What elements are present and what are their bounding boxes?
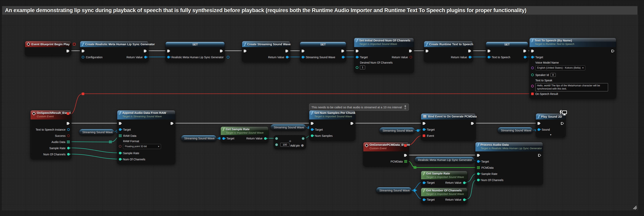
node-get-sample-rate[interactable]: ƒ Get Sample Rate Target is Imported Sou… <box>220 126 268 143</box>
string-pin[interactable] <box>531 67 534 69</box>
exec-in-pin[interactable] <box>423 122 426 125</box>
exec-in-pin[interactable] <box>356 50 359 52</box>
int-pin[interactable] <box>67 153 70 156</box>
array-pin[interactable] <box>67 141 70 143</box>
exec-out-pin[interactable] <box>404 154 407 157</box>
node-create-runtime-text-to-speech[interactable]: ƒ Create Runtime Text to Speech Return V… <box>424 41 473 62</box>
int-pin[interactable] <box>67 147 70 149</box>
object-pin[interactable] <box>356 56 358 58</box>
node-get-number-of-channels[interactable]: ƒ Get Number Of Channels Target is Impor… <box>421 188 468 204</box>
expand-advanced-pins-button[interactable]: ▾ <box>536 133 566 137</box>
int-pin[interactable] <box>477 179 480 181</box>
node-set-num-samples-per-chunk[interactable]: ƒ Set Num Samples Per Chunk Target is Im… <box>309 110 355 141</box>
reroute-node[interactable] <box>82 93 84 95</box>
int-pin[interactable] <box>119 152 122 154</box>
exec-out-pin[interactable] <box>350 122 354 125</box>
node-append-audio-data-from-raw[interactable]: ƒ Append Audio Data From RAW Target is S… <box>117 110 176 164</box>
exec-out-pin[interactable] <box>170 122 174 125</box>
object-pin[interactable] <box>342 56 344 58</box>
wildcard-pin[interactable] <box>302 137 304 140</box>
exec-out-pin[interactable] <box>144 50 147 52</box>
object-pin[interactable] <box>423 182 425 184</box>
divisor-input[interactable]: 100 <box>280 143 290 147</box>
node-play-sound-2d[interactable]: ƒ Play Sound 2D Sound ▾ <box>536 113 566 137</box>
object-pin[interactable] <box>417 129 419 132</box>
exec-out-pin[interactable] <box>468 50 471 52</box>
object-pin[interactable] <box>468 56 471 58</box>
object-pin[interactable] <box>302 56 304 58</box>
delegate-pin[interactable] <box>73 43 76 45</box>
object-pin[interactable] <box>414 189 416 192</box>
exec-in-pin[interactable] <box>477 154 480 157</box>
node-process-audio-data[interactable]: ƒ Process Audio Data Target is Realistic… <box>475 142 543 185</box>
int-pin[interactable] <box>477 173 480 175</box>
add-pin-button[interactable]: Add pin ⊕ <box>290 144 304 147</box>
exec-in-pin[interactable] <box>311 122 314 125</box>
int-pin[interactable] <box>531 74 534 76</box>
exec-in-pin[interactable] <box>119 122 122 125</box>
exec-in-pin[interactable] <box>167 50 170 52</box>
array-pin[interactable] <box>404 160 407 163</box>
exec-out-pin[interactable] <box>67 122 70 125</box>
object-pin[interactable] <box>423 128 425 131</box>
node-set-realistic-generator[interactable]: SET Realistic Meta Human Lip Sync Genera… <box>166 42 225 62</box>
object-pin[interactable] <box>311 128 314 131</box>
delegate-pin[interactable] <box>67 112 69 115</box>
pill-get-streaming-sound-wave[interactable]: Streaming Sound Wave <box>270 124 306 131</box>
int-pin[interactable] <box>463 182 466 184</box>
node-event-blueprint-begin-play[interactable]: Event Blueprint Begin Play <box>25 41 71 56</box>
exec-out-pin[interactable] <box>66 50 70 52</box>
enum-pin[interactable] <box>119 145 122 148</box>
pill-get-streaming-sound-wave[interactable]: Streaming Sound Wave <box>181 135 217 142</box>
pill-get-streaming-sound-wave[interactable]: Streaming Sound Wave <box>79 129 114 135</box>
node-set-text-to-speech[interactable]: SET Text to Speech <box>486 42 528 62</box>
pill-get-streaming-sound-wave[interactable]: Streaming Sound Wave <box>379 127 415 134</box>
object-pin[interactable] <box>67 128 70 131</box>
exec-in-pin[interactable] <box>244 50 247 52</box>
pill-get-streaming-sound-wave[interactable]: Streaming Sound Wave <box>376 187 412 194</box>
array-pin[interactable] <box>119 134 122 137</box>
delegate-pin[interactable] <box>531 93 534 95</box>
reroute-node[interactable] <box>109 141 112 143</box>
comment-resize-handle[interactable] <box>633 206 637 210</box>
node-comment-bubble[interactable]: This needs to be called so that audio is… <box>309 104 409 111</box>
exec-out-pin[interactable] <box>409 50 412 52</box>
object-pin[interactable] <box>531 56 534 58</box>
delegate-pin[interactable] <box>423 134 425 137</box>
int-pin[interactable] <box>356 66 358 69</box>
node-create-realistic-metahuman-lip-sync-generator[interactable]: ƒ Create Realistic Meta Human Lip Sync G… <box>80 41 148 62</box>
object-pin[interactable] <box>423 199 425 201</box>
object-pin[interactable] <box>477 160 480 163</box>
text-pin[interactable] <box>531 85 534 87</box>
pin-icon[interactable] <box>404 105 407 109</box>
array-pin[interactable] <box>477 166 480 169</box>
pill-get-streaming-sound-wave[interactable]: Streaming Sound Wave <box>498 127 533 134</box>
node-get-sample-rate[interactable]: ƒ Get Sample Rate Target is Imported Sou… <box>421 171 468 187</box>
int-pin[interactable] <box>311 134 314 137</box>
object-pin[interactable] <box>222 137 225 140</box>
exec-in-pin[interactable] <box>538 122 540 125</box>
node-on-generate-pcmdata-event[interactable]: OnGeneratePCMData_Event Custom Event PCM… <box>363 142 409 166</box>
exec-out-pin[interactable] <box>471 122 474 125</box>
exec-out-pin[interactable] <box>561 122 564 125</box>
node-bind-event-to-on-generate-pcmdata[interactable]: Bind Event to On Generate PCMData Target… <box>421 113 476 141</box>
exec-out-pin[interactable] <box>286 50 288 52</box>
exec-out-pin[interactable] <box>342 50 344 52</box>
speaker-id-input[interactable]: 0 <box>550 73 556 77</box>
raw-format-dropdown[interactable]: Floating point 32-bit▾ <box>123 144 161 149</box>
object-pin[interactable] <box>538 128 540 131</box>
int-pin[interactable] <box>264 137 267 140</box>
node-set-streaming-sound-wave[interactable]: SET Streaming Sound Wave <box>300 42 346 62</box>
node-on-speech-result-event[interactable]: OnSpeechResult_Event Custom Event Text t… <box>30 110 72 159</box>
exec-out-pin[interactable] <box>523 50 526 52</box>
object-pin[interactable] <box>167 56 170 58</box>
node-text-to-speech-by-name[interactable]: ƒ Text To Speech (By Name) Target is Run… <box>529 38 616 99</box>
object-pin[interactable] <box>119 128 122 131</box>
object-pin[interactable] <box>286 56 288 58</box>
node-divide[interactable]: ÷ 100 Add pin ⊕ <box>274 135 306 149</box>
object-pin[interactable] <box>488 56 490 58</box>
delegate-pin[interactable] <box>404 144 407 147</box>
node-create-streaming-sound-wave[interactable]: ƒ Create Streaming Sound Wave Return Val… <box>242 41 290 62</box>
exec-in-pin[interactable] <box>426 50 429 52</box>
exec-in-pin[interactable] <box>302 50 304 52</box>
